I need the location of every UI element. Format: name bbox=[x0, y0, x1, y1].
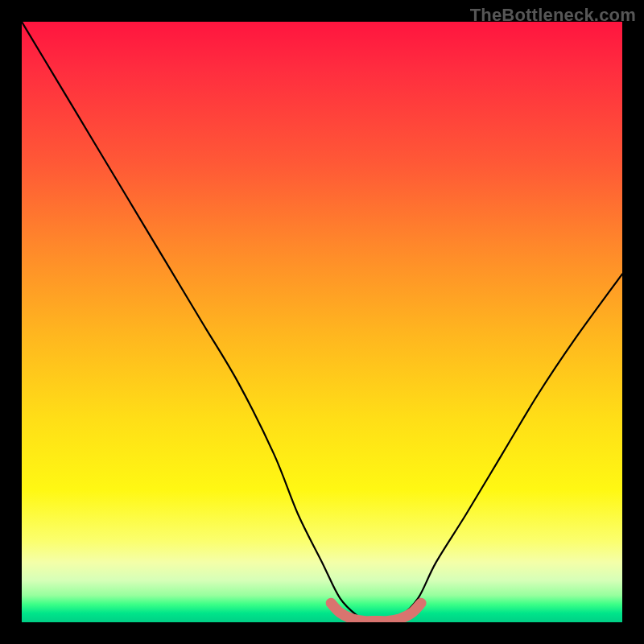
plot-area bbox=[22, 22, 622, 622]
bottleneck-curve bbox=[22, 22, 622, 622]
watermark-text: TheBottleneck.com bbox=[470, 5, 636, 26]
optimal-zone-curve bbox=[331, 603, 421, 621]
chart-stage: TheBottleneck.com bbox=[0, 0, 644, 644]
curves-svg bbox=[22, 22, 622, 622]
